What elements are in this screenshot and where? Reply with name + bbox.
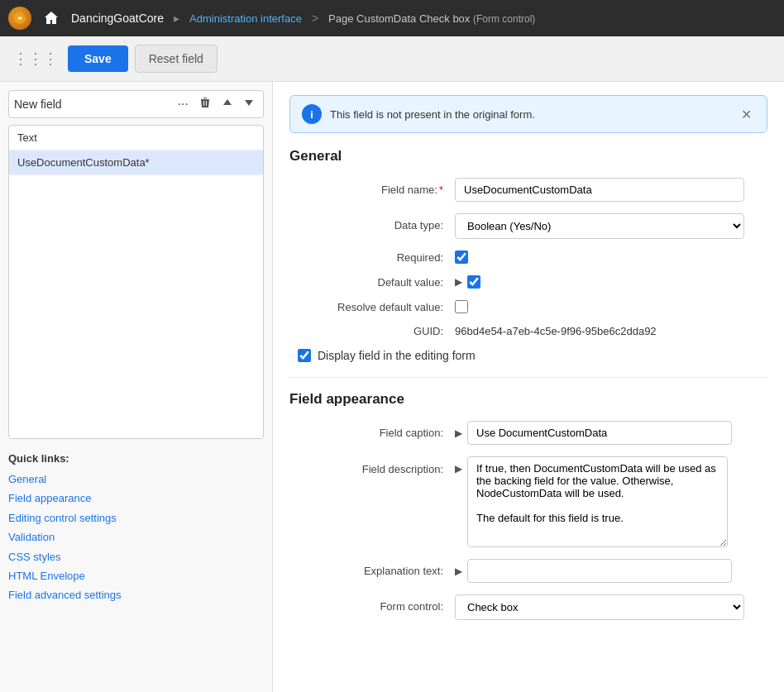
app-name: DancingGoatCore	[71, 12, 164, 25]
topbar: DancingGoatCore ▸ Administration interfa…	[0, 0, 784, 36]
list-item[interactable]: UseDocumentCustomData*	[9, 150, 263, 175]
field-caption-input[interactable]	[467, 421, 732, 445]
quick-links-title: Quick links:	[8, 452, 264, 465]
resolve-default-label: Resolve default value:	[289, 301, 455, 313]
move-down-button[interactable]	[240, 95, 258, 113]
field-appearance-heading: Field appearance	[289, 391, 767, 408]
list-item[interactable]: Text	[9, 126, 263, 150]
general-heading: General	[289, 148, 767, 165]
field-name-input[interactable]	[455, 178, 744, 202]
field-description-textarea[interactable]: If true, then DocumentCustomData will be…	[467, 456, 728, 547]
alert-close-button[interactable]: ✕	[738, 107, 755, 122]
display-field-checkbox[interactable]	[298, 349, 311, 362]
field-caption-label: Field caption:	[289, 427, 455, 439]
form-control-select-wrap: Check box Text box Dropdown list Radio b…	[455, 594, 744, 620]
required-label: Required:	[289, 251, 455, 264]
ellipsis-icon: ⋮⋮⋮	[13, 50, 58, 68]
breadcrumb-admin[interactable]: Administration interface	[189, 12, 302, 25]
more-options-button[interactable]: ···	[174, 95, 192, 113]
resolve-default-row: Resolve default value:	[289, 300, 767, 313]
reset-field-button[interactable]: Reset field	[135, 45, 218, 73]
field-caption-expand-icon[interactable]: ▶	[455, 427, 462, 439]
new-field-label: New field	[14, 98, 171, 111]
default-value-expand-icon[interactable]: ▶	[455, 276, 462, 288]
quicklink-validation[interactable]: Validation	[8, 527, 264, 546]
explanation-text-expand-icon[interactable]: ▶	[455, 566, 462, 577]
guid-row: GUID: 96bd4e54-a7eb-4c5e-9f96-95be6c2dda…	[289, 325, 767, 337]
field-name-row: Field name:	[289, 178, 767, 202]
default-value-row: Default value: ▶	[289, 275, 767, 289]
field-description-label: Field description:	[289, 456, 455, 475]
app-logo-icon	[8, 7, 31, 30]
breadcrumb-separator-2: >	[312, 12, 318, 25]
info-icon: i	[302, 104, 322, 124]
field-list: Text UseDocumentCustomData*	[8, 125, 264, 439]
home-icon[interactable]	[40, 7, 63, 30]
quicklink-html-envelope[interactable]: HTML Envelope	[8, 566, 264, 585]
form-control-select[interactable]: Check box Text box Dropdown list Radio b…	[455, 594, 744, 620]
form-control-label: Form control:	[289, 594, 455, 613]
page-title: Page CustomData Check box (Form control)	[328, 12, 535, 25]
required-checkbox[interactable]	[455, 251, 468, 264]
quicklink-editing-control[interactable]: Editing control settings	[8, 508, 264, 527]
required-row: Required:	[289, 251, 767, 264]
default-value-checkbox[interactable]	[467, 275, 480, 289]
field-appearance-section: Field appearance Field caption: ▶ Field …	[289, 391, 767, 620]
field-name-control	[455, 178, 744, 202]
right-panel: i This field is not present in the origi…	[273, 82, 784, 692]
alert-banner: i This field is not present in the origi…	[289, 95, 767, 133]
data-type-label: Data type:	[289, 213, 455, 231]
move-up-button[interactable]	[218, 95, 237, 113]
required-control	[455, 251, 468, 264]
save-button[interactable]: Save	[68, 45, 128, 72]
field-description-row: Field description: ▶ If true, then Docum…	[289, 456, 767, 547]
field-description-expand-icon[interactable]: ▶	[455, 463, 462, 475]
field-toolbar: New field ···	[8, 90, 264, 118]
explanation-text-label: Explanation text:	[289, 565, 455, 577]
section-divider-1	[289, 377, 767, 378]
data-type-select[interactable]: Boolean (Yes/No) Text Integer Decimal Da…	[455, 213, 744, 239]
quicklink-css-styles[interactable]: CSS styles	[8, 547, 264, 566]
main-layout: New field ··· Text	[0, 82, 784, 692]
display-field-label: Display field in the editing form	[318, 349, 476, 362]
display-field-row: Display field in the editing form	[298, 349, 767, 362]
delete-field-button[interactable]	[195, 94, 215, 114]
default-value-label: Default value:	[289, 276, 455, 289]
field-description-control: ▶ If true, then DocumentCustomData will …	[455, 456, 728, 547]
guid-value: 96bd4e54-a7eb-4c5e-9f96-95be6c2dda92	[455, 325, 657, 337]
explanation-text-row: Explanation text: ▶	[289, 559, 767, 583]
quicklink-field-advanced[interactable]: Field advanced settings	[8, 585, 264, 604]
field-name-label: Field name:	[289, 178, 455, 196]
explanation-text-input[interactable]	[467, 559, 732, 583]
data-type-row: Data type: Boolean (Yes/No) Text Integer…	[289, 213, 767, 239]
quicklink-field-appearance[interactable]: Field appearance	[8, 489, 264, 508]
left-panel: New field ··· Text	[0, 82, 273, 692]
alert-message: This field is not present in the origina…	[330, 108, 729, 121]
resolve-default-checkbox[interactable]	[455, 300, 468, 313]
quicklink-general[interactable]: General	[8, 470, 264, 489]
quick-links: Quick links: General Field appearance Ed…	[8, 452, 264, 605]
data-type-control: Boolean (Yes/No) Text Integer Decimal Da…	[455, 213, 744, 239]
resolve-default-control	[455, 300, 468, 313]
main-toolbar: ⋮⋮⋮ Save Reset field	[0, 36, 784, 82]
field-caption-row: Field caption: ▶	[289, 421, 767, 445]
form-control-row: Form control: Check box Text box Dropdow…	[289, 594, 767, 620]
general-section: General Field name: Data type: Boolean (…	[289, 148, 767, 362]
breadcrumb-separator-1: ▸	[174, 12, 179, 25]
guid-label: GUID:	[289, 325, 455, 337]
